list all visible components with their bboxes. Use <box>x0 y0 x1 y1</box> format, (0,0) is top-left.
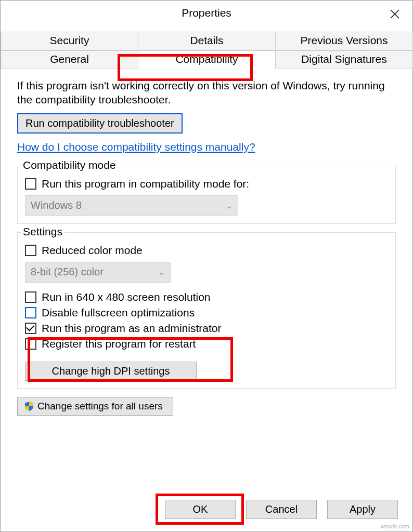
tab-details[interactable]: Details <box>138 32 276 50</box>
properties-dialog: Properties Security Details Previous Ver… <box>0 0 413 532</box>
tab-digital-signatures[interactable]: Digital Signatures <box>275 50 413 69</box>
settings-legend: Settings <box>21 225 64 238</box>
tab-strip: Security Details Previous Versions Gener… <box>1 32 412 69</box>
chevron-down-icon: ⌄ <box>226 202 233 210</box>
color-depth-combo[interactable]: 8-bit (256) color ⌄ <box>25 262 171 283</box>
change-all-users-label: Change settings for all users <box>37 401 163 412</box>
run-as-admin-checkbox[interactable] <box>25 323 36 334</box>
disable-fullscreen-checkbox[interactable] <box>25 307 36 318</box>
change-all-users-button[interactable]: Change settings for all users <box>17 397 173 416</box>
compatibility-mode-legend: Compatibility mode <box>21 159 118 171</box>
change-dpi-button[interactable]: Change high DPI settings <box>25 362 197 381</box>
titlebar: Properties <box>1 1 412 25</box>
close-icon <box>390 9 400 19</box>
compat-mode-label: Run this program in compatibility mode f… <box>42 178 249 190</box>
compat-mode-checkbox[interactable] <box>25 178 36 190</box>
run-640-label: Run in 640 x 480 screen resolution <box>42 291 211 303</box>
disable-fullscreen-label: Disable fullscreen optimizations <box>42 307 195 319</box>
run-as-admin-label: Run this program as an administrator <box>42 322 222 335</box>
reduced-color-label: Reduced color mode <box>42 244 143 257</box>
color-depth-combo-value: 8-bit (256) color <box>31 266 104 278</box>
ok-button[interactable]: OK <box>165 500 236 519</box>
apply-button[interactable]: Apply <box>327 500 398 519</box>
chevron-down-icon: ⌄ <box>159 268 165 276</box>
manual-settings-link[interactable]: How do I choose compatibility settings m… <box>17 141 255 153</box>
register-restart-label: Register this program for restart <box>42 338 196 350</box>
tab-compatibility[interactable]: Compatibility <box>138 50 276 69</box>
window-title: Properties <box>182 7 231 19</box>
cancel-button[interactable]: Cancel <box>246 500 317 519</box>
close-button[interactable] <box>383 5 406 23</box>
watermark: wsxdn.com <box>381 523 409 529</box>
compatibility-mode-group: Compatibility mode Run this program in c… <box>17 166 396 224</box>
tab-general[interactable]: General <box>1 50 138 69</box>
dialog-button-bar: OK Cancel Apply <box>1 500 412 519</box>
register-restart-checkbox[interactable] <box>25 338 36 350</box>
settings-group: Settings Reduced color mode 8-bit (256) … <box>17 232 396 389</box>
tab-previous-versions[interactable]: Previous Versions <box>275 32 413 50</box>
reduced-color-checkbox[interactable] <box>25 245 36 256</box>
shield-icon <box>24 401 34 411</box>
compat-mode-combo[interactable]: Windows 8 ⌄ <box>25 195 238 216</box>
tab-security[interactable]: Security <box>1 32 138 50</box>
run-640-checkbox[interactable] <box>25 291 36 303</box>
compat-mode-combo-value: Windows 8 <box>31 200 82 211</box>
intro-text: If this program isn't working correctly … <box>17 78 396 107</box>
tab-content: If this program isn't working correctly … <box>1 69 412 416</box>
run-troubleshooter-button[interactable]: Run compatibility troubleshooter <box>17 113 183 134</box>
